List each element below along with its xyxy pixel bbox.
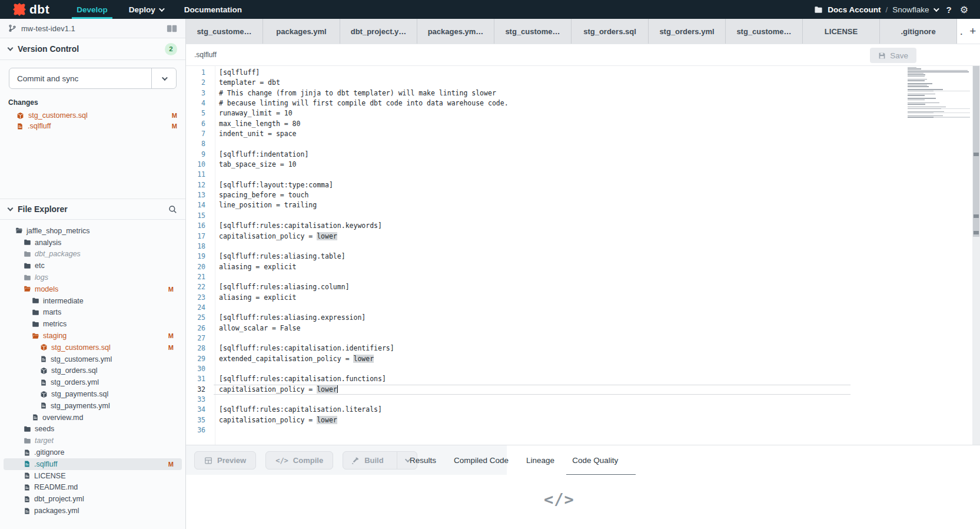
tree-item-marts[interactable]: marts — [4, 307, 182, 319]
tree-item-etc[interactable]: etc — [4, 260, 182, 272]
code-line-14[interactable]: 14line_position = trailing — [186, 200, 980, 210]
tree-item-dbt_packages[interactable]: dbt_packages — [4, 249, 182, 260]
code-line-22[interactable]: 22[sqlfluff:rules:aliasing.column] — [186, 282, 980, 292]
code-editor[interactable]: 1[sqlfluff]2templater = dbt3# This chang… — [186, 66, 980, 445]
preview-button[interactable]: Preview — [194, 451, 256, 470]
code-line-9[interactable]: 9[sqlfluff:indentation] — [186, 150, 980, 160]
code-line-12[interactable]: 12[sqlfluff:layout:type:comma] — [186, 180, 980, 190]
editor-tab-stg_custome[interactable]: stg_custome… — [726, 19, 803, 44]
tree-item-logs[interactable]: logs — [4, 272, 182, 283]
active-tab-partial[interactable]: . — [957, 19, 965, 44]
nav-item-deploy[interactable]: Deploy — [118, 0, 174, 19]
code-line-8[interactable]: 8 — [186, 139, 980, 149]
code-line-4[interactable]: 4# because linting will first compile db… — [186, 98, 980, 108]
build-button[interactable]: Build — [343, 451, 417, 470]
file-explorer-header[interactable]: File Explorer — [0, 199, 185, 220]
save-button[interactable]: Save — [870, 48, 916, 63]
commit-options-dropdown[interactable] — [151, 68, 176, 88]
editor-tab-packages.yml[interactable]: packages.yml — [263, 19, 340, 44]
editor-tab-LICENSE[interactable]: LICENSE — [803, 19, 880, 44]
code-line-20[interactable]: 20aliasing = explicit — [186, 262, 980, 272]
tree-item-.gitignore[interactable]: .gitignore — [4, 447, 182, 458]
code-line-16[interactable]: 16[sqlfluff:rules:capitalisation.keyword… — [186, 221, 980, 231]
editor-minimap[interactable] — [908, 67, 970, 120]
code-line-21[interactable]: 21 — [186, 272, 980, 282]
commit-and-sync-button[interactable]: Commit and sync — [9, 68, 177, 89]
code-line-30[interactable]: 30 — [186, 364, 980, 374]
tree-item-packages.yml[interactable]: packages.yml — [4, 505, 182, 517]
code-line-13[interactable]: 13spacing_before = touch — [186, 190, 980, 200]
code-line-32[interactable]: 32capitalisation_policy = lower — [186, 385, 980, 395]
gear-icon[interactable]: ⚙ — [960, 4, 968, 15]
code-line-36[interactable]: 36 — [186, 425, 980, 435]
editor-tab-stg_custome[interactable]: stg_custome… — [494, 19, 572, 44]
tree-item-stg_customers.yml[interactable]: stg_customers.yml — [4, 353, 182, 365]
code-line-28[interactable]: 28[sqlfluff:rules:capitalisation.identif… — [186, 343, 980, 353]
code-line-10[interactable]: 10tab_space_size = 10 — [186, 160, 980, 170]
tree-item-staging[interactable]: stagingM — [4, 330, 182, 342]
code-line-31[interactable]: 31[sqlfluff:rules:capitalisation.functio… — [186, 374, 980, 384]
code-line-6[interactable]: 6max_line_length = 80 — [186, 119, 980, 129]
tree-item-stg_payments.yml[interactable]: stg_payments.yml — [4, 400, 182, 412]
new-tab-button[interactable]: + — [965, 19, 980, 44]
editor-tab-packages.ym[interactable]: packages.ym… — [417, 19, 494, 44]
code-line-15[interactable]: 15 — [186, 211, 980, 221]
tree-item-seeds[interactable]: seeds — [4, 424, 182, 435]
tree-item-.sqlfluff[interactable]: .sqlfluffM — [4, 458, 182, 470]
code-line-7[interactable]: 7indent_unit = space — [186, 129, 980, 139]
tree-item-dbt_project.yml[interactable]: dbt_project.yml — [4, 493, 182, 505]
panel-tab-results[interactable]: Results — [410, 445, 436, 475]
tree-item-intermediate[interactable]: intermediate — [4, 295, 182, 307]
editor-tab-stg_orders.yml[interactable]: stg_orders.yml — [649, 19, 726, 44]
search-icon[interactable] — [168, 205, 177, 214]
editor-tab-.gitignore[interactable]: .gitignore — [880, 19, 957, 44]
tree-item-stg_payments.sql[interactable]: stg_payments.sql — [4, 388, 182, 400]
panel-tab-lineage[interactable]: Lineage — [526, 445, 554, 475]
tree-item-analysis[interactable]: analysis — [4, 237, 182, 249]
code-line-25[interactable]: 25[sqlfluff:rules:aliasing.expression] — [186, 313, 980, 323]
code-line-2[interactable]: 2templater = dbt — [186, 78, 980, 88]
tree-item-README.md[interactable]: README.md — [4, 482, 182, 494]
code-line-29[interactable]: 29extended_capitalisation_policy = lower — [186, 354, 980, 364]
code-line-26[interactable]: 26allow_scalar = False — [186, 323, 980, 333]
code-line-24[interactable]: 24 — [186, 303, 980, 313]
tree-item-target[interactable]: target — [4, 435, 182, 447]
tree-item-metrics[interactable]: metrics — [4, 318, 182, 330]
changed-file-.sqlfluff[interactable]: .sqlfluffM — [0, 121, 185, 131]
tree-item-stg_customers.sql[interactable]: stg_customers.sqlM — [4, 342, 182, 353]
code-line-3[interactable]: 3# This change (from jinja to dbt templa… — [186, 88, 980, 98]
panel-tab-compiled-code[interactable]: Compiled Code — [454, 445, 509, 475]
code-line-1[interactable]: 1[sqlfluff] — [186, 68, 980, 78]
dbt-logo[interactable]: dbt — [0, 2, 66, 16]
version-control-header[interactable]: Version Control 2 — [0, 38, 185, 60]
editor-scrollbar[interactable] — [972, 66, 980, 445]
code-line-17[interactable]: 17capitalisation_policy = lower — [186, 232, 980, 242]
help-icon[interactable]: ? — [946, 5, 951, 15]
tree-item-LICENSE[interactable]: LICENSE — [4, 470, 182, 482]
book-icon[interactable] — [167, 25, 177, 32]
editor-tab-stg_orders.sql[interactable]: stg_orders.sql — [572, 19, 649, 44]
compile-button[interactable]: </>Compile — [265, 451, 333, 470]
nav-item-develop[interactable]: Develop — [66, 0, 118, 19]
code-line-27[interactable]: 27 — [186, 333, 980, 343]
tree-item-models[interactable]: modelsM — [4, 283, 182, 295]
code-line-19[interactable]: 19[sqlfluff:rules:aliasing.table] — [186, 252, 980, 262]
account-switcher[interactable]: Docs Account / Snowflake — [814, 5, 938, 14]
scrollbar-thumb[interactable] — [973, 66, 979, 237]
branch-row[interactable]: mw-test-idev1.1 — [0, 19, 185, 38]
code-line-34[interactable]: 34[sqlfluff:rules:capitalisation.literal… — [186, 405, 980, 415]
panel-tab-code-quality[interactable]: Code Quality — [572, 445, 618, 475]
code-line-35[interactable]: 35capitalisation_policy = lower — [186, 415, 980, 425]
nav-item-documentation[interactable]: Documentation — [174, 0, 253, 19]
tree-item-stg_orders.sql[interactable]: stg_orders.sql — [4, 365, 182, 377]
tree-item-stg_orders.yml[interactable]: stg_orders.yml — [4, 376, 182, 388]
editor-tab-dbt_project.y[interactable]: dbt_project.y… — [340, 19, 417, 44]
code-line-5[interactable]: 5runaway_limit = 10 — [186, 108, 980, 118]
code-line-18[interactable]: 18 — [186, 242, 980, 252]
code-line-11[interactable]: 11 — [186, 170, 980, 180]
tree-item-jaffle_shop_metrics[interactable]: jaffle_shop_metrics — [4, 225, 182, 237]
changed-file-stg_customers.sql[interactable]: stg_customers.sqlM — [0, 110, 185, 121]
code-line-33[interactable]: 33 — [186, 395, 980, 405]
tree-item-overview.md[interactable]: overview.md — [4, 412, 182, 424]
code-line-23[interactable]: 23aliasing = explicit — [186, 293, 980, 303]
